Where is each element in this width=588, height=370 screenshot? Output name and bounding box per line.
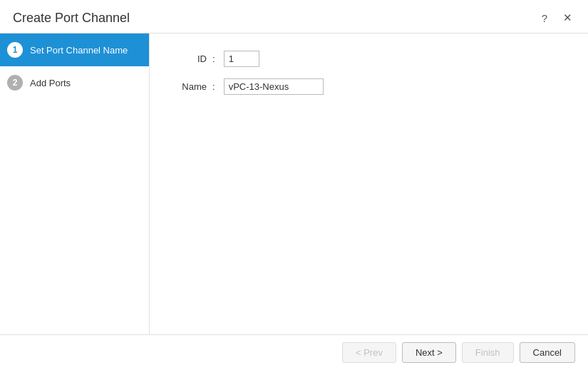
form-area: ID : Name : — [171, 51, 567, 95]
id-input[interactable] — [224, 51, 259, 67]
name-label: Name — [171, 81, 207, 92]
id-colon: : — [212, 53, 215, 64]
sidebar-item-add-ports[interactable]: 2 Add Ports — [0, 66, 149, 99]
dialog-header: Create Port Channel ? ✕ — [0, 0, 588, 34]
name-row: Name : — [171, 78, 567, 95]
dialog-body: 1 Set Port Channel Name 2 Add Ports ID :… — [0, 34, 588, 334]
create-port-channel-dialog: Create Port Channel ? ✕ 1 Set Port Chann… — [0, 0, 588, 370]
help-button[interactable]: ? — [537, 10, 552, 26]
sidebar-label-2: Add Ports — [30, 78, 71, 88]
name-colon: : — [212, 81, 215, 92]
step-badge-2: 2 — [7, 75, 23, 91]
header-icons: ? ✕ — [537, 10, 575, 26]
sidebar-item-set-port-channel-name[interactable]: 1 Set Port Channel Name — [0, 34, 149, 66]
dialog-title: Create Port Channel — [13, 11, 130, 26]
close-button[interactable]: ✕ — [559, 10, 575, 26]
prev-button: < Prev — [342, 342, 396, 363]
cancel-button[interactable]: Cancel — [520, 342, 575, 363]
sidebar: 1 Set Port Channel Name 2 Add Ports — [0, 34, 150, 334]
name-input[interactable] — [224, 78, 324, 95]
step-badge-1: 1 — [7, 42, 23, 58]
dialog-footer: < Prev Next > Finish Cancel — [0, 334, 588, 370]
next-button[interactable]: Next > — [402, 342, 456, 363]
id-row: ID : — [171, 51, 567, 67]
sidebar-label-1: Set Port Channel Name — [30, 45, 128, 56]
id-label: ID — [171, 53, 207, 64]
main-content: ID : Name : — [150, 34, 588, 334]
finish-button: Finish — [462, 342, 514, 363]
